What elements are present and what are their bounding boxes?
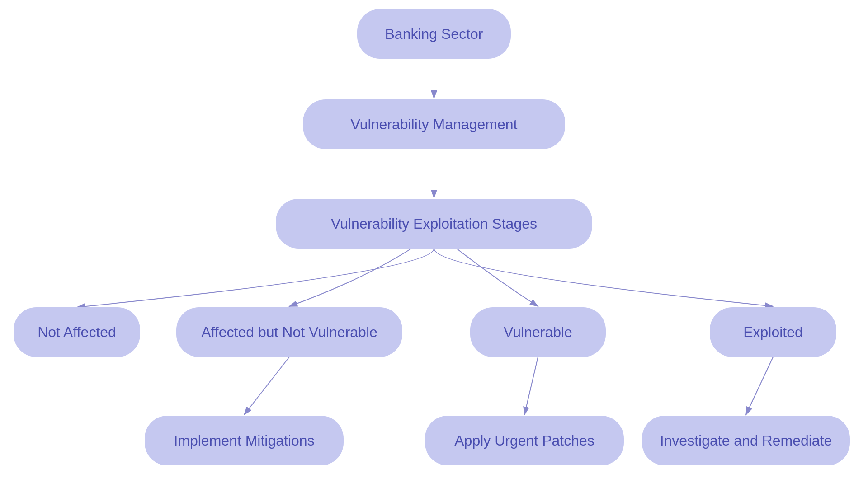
svg-line-5: [746, 357, 773, 415]
vulnerable-node: Vulnerable: [470, 307, 606, 357]
investigate-and-remediate-node: Investigate and Remediate: [642, 416, 850, 465]
banking-sector-label: Banking Sector: [385, 26, 483, 42]
not-affected-label: Not Affected: [38, 324, 116, 341]
diagram-container: Banking Sector Vulnerability Management …: [0, 0, 868, 488]
vulnerability-exploitation-stages-label: Vulnerability Exploitation Stages: [331, 216, 537, 232]
not-affected-node: Not Affected: [14, 307, 140, 357]
apply-urgent-patches-node: Apply Urgent Patches: [425, 416, 624, 465]
implement-mitigations-node: Implement Mitigations: [145, 416, 344, 465]
svg-line-4: [524, 357, 538, 415]
vulnerability-exploitation-stages-node: Vulnerability Exploitation Stages: [276, 199, 592, 249]
vulnerability-management-node: Vulnerability Management: [303, 99, 565, 149]
svg-line-3: [244, 357, 289, 415]
affected-but-not-vulnerable-node: Affected but Not Vulnerable: [176, 307, 402, 357]
affected-but-not-vulnerable-label: Affected but Not Vulnerable: [201, 324, 377, 341]
apply-urgent-patches-label: Apply Urgent Patches: [454, 432, 594, 449]
vulnerable-label: Vulnerable: [504, 324, 572, 341]
exploited-label: Exploited: [743, 324, 803, 341]
exploited-node: Exploited: [710, 307, 836, 357]
banking-sector-node: Banking Sector: [357, 9, 511, 59]
implement-mitigations-label: Implement Mitigations: [174, 432, 314, 449]
investigate-and-remediate-label: Investigate and Remediate: [660, 432, 832, 449]
vulnerability-management-label: Vulnerability Management: [351, 116, 518, 133]
